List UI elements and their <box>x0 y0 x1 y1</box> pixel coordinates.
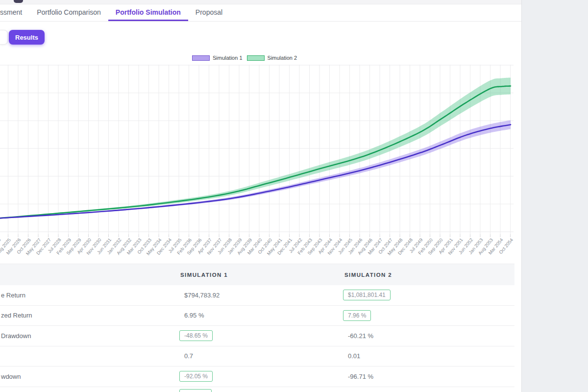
metric-label: zed Return <box>1 306 32 326</box>
segmented-button-fragment[interactable] <box>0 30 8 45</box>
metric-label: wdown <box>1 367 21 387</box>
right-gutter <box>521 0 588 392</box>
results-button[interactable]: Results <box>9 30 45 45</box>
sim2-value: -60.21 % <box>348 326 373 346</box>
table-row-3: Drawdown-48.65 %-60.21 % <box>0 326 514 346</box>
x-axis-labels: Jan 2025Aug 2025Mar 2026Oct 2026May 2027… <box>0 237 514 256</box>
top-strip <box>0 0 521 4</box>
tab-portfolio-simulation[interactable]: Portfolio Simulation <box>108 5 188 21</box>
simulation-chart: Jan 2025Aug 2025Mar 2026Oct 2026May 2027… <box>0 64 521 264</box>
simulation-1-band <box>0 120 511 218</box>
content-panel: ssmentPortfolio ComparisonPortfolio Simu… <box>0 0 521 392</box>
results-table: S SIMULATION 1 SIMULATION 2 e Return$794… <box>0 264 514 392</box>
series <box>0 78 511 219</box>
tab-proposal[interactable]: Proposal <box>188 5 230 21</box>
simulation-2-line <box>0 86 511 219</box>
sim2-value: 0.01 <box>348 346 360 367</box>
table-header-row: S SIMULATION 1 SIMULATION 2 <box>0 264 514 285</box>
legend-item-simulation-2[interactable]: Simulation 2 <box>247 55 297 61</box>
legend-label: Simulation 1 <box>213 55 243 61</box>
column-header-simulation-1: SIMULATION 1 <box>180 264 228 286</box>
column-header-simulation-2: SIMULATION 2 <box>344 264 392 286</box>
tab-bar: ssmentPortfolio ComparisonPortfolio Simu… <box>0 5 521 22</box>
highlighted-value-box: -48.65 % <box>179 330 213 341</box>
highlighted-value-box: -92.05 % <box>179 371 213 382</box>
highlighted-value-box: $1,081,801.41 <box>343 290 391 300</box>
cutoff-header-pill <box>14 0 23 3</box>
table-body: e Return$794,783.92$1,081,801.41zed Retu… <box>0 285 514 392</box>
table-row-2: zed Return6.95 %7.96 % <box>0 306 514 326</box>
metric-label: e Return <box>1 285 25 305</box>
sim1-value: 0.7 <box>184 346 193 367</box>
table-row-5: wdown-92.05 %-96.71 % <box>0 367 514 387</box>
table-row-partial <box>0 387 514 392</box>
sim1-value: -48.65 % <box>179 326 213 346</box>
simulation-2-swatch-icon <box>247 55 265 61</box>
simulation-1-swatch-icon <box>192 55 210 61</box>
tab-portfolio-comparison[interactable]: Portfolio Comparison <box>29 5 108 21</box>
legend-item-simulation-1[interactable]: Simulation 1 <box>192 55 243 61</box>
sim1-value: -92.05 % <box>179 367 213 387</box>
chart-legend: Simulation 1Simulation 2 <box>192 55 297 61</box>
highlighted-value-box: 7.96 % <box>343 310 371 321</box>
metric-header-fragment: S <box>0 264 2 286</box>
sim2-value: 7.96 % <box>343 306 371 326</box>
highlighted-value-box <box>179 389 212 392</box>
sim2-value: -96.71 % <box>348 367 373 387</box>
sim2-value: $1,081,801.41 <box>343 285 391 305</box>
table-row-1: e Return$794,783.92$1,081,801.41 <box>0 285 514 306</box>
metric-label: Drawdown <box>1 326 31 346</box>
tab-ssment[interactable]: ssment <box>0 5 29 21</box>
sim1-value: $794,783.92 <box>184 285 220 305</box>
legend-label: Simulation 2 <box>268 55 297 61</box>
simulation-1-line <box>0 124 511 218</box>
table-row-4: 0.70.01 <box>0 346 514 367</box>
sim1-value: 6.95 % <box>184 306 204 326</box>
